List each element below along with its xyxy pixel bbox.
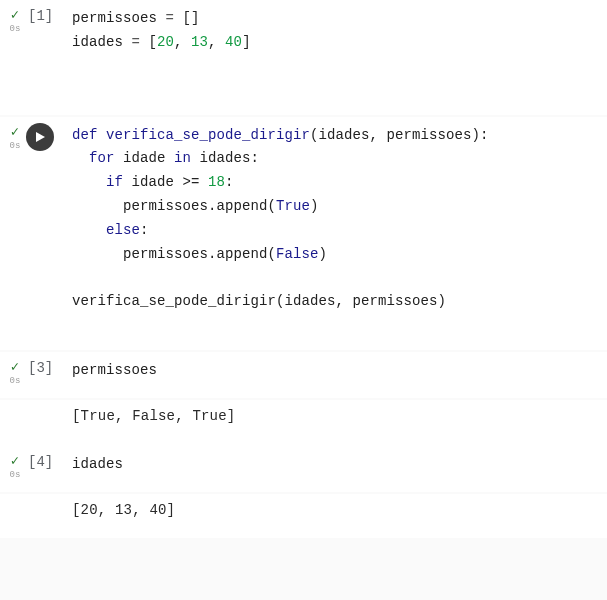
cell-output: [True, False, True]: [72, 406, 601, 424]
code-editor[interactable]: idades: [72, 452, 601, 477]
cell-status: ✓ 0s: [4, 452, 26, 480]
cell-status: ✓ 0s: [4, 6, 26, 34]
code-cell[interactable]: ✓ 0s [3] permissoes: [0, 352, 607, 398]
output-row: [True, False, True]: [0, 400, 607, 444]
check-icon: ✓: [4, 360, 26, 374]
exec-time: 0s: [4, 24, 26, 34]
check-icon: ✓: [4, 125, 26, 139]
cell-status: ✓ 0s: [4, 123, 26, 151]
exec-time: 0s: [4, 141, 26, 151]
prompt-label: [3]: [26, 358, 72, 376]
play-icon: [34, 131, 46, 143]
code-editor[interactable]: permissoes: [72, 358, 601, 383]
notebook: ✓ 0s [1] permissoes = [] idades = [20, 1…: [0, 0, 607, 538]
prompt-column: [26, 123, 72, 151]
exec-time: 0s: [4, 376, 26, 386]
code-editor[interactable]: def verifica_se_pode_dirigir(idades, per…: [72, 123, 601, 314]
check-icon: ✓: [4, 8, 26, 22]
check-icon: ✓: [4, 454, 26, 468]
code-cell[interactable]: ✓ 0s [4] idades: [0, 444, 607, 492]
code-editor[interactable]: permissoes = [] idades = [20, 13, 40]: [72, 6, 601, 55]
code-cell[interactable]: ✓ 0s [1] permissoes = [] idades = [20, 1…: [0, 0, 607, 115]
prompt-label: [1]: [26, 6, 72, 24]
prompt-label: [4]: [26, 452, 72, 470]
run-button[interactable]: [26, 123, 54, 151]
exec-time: 0s: [4, 470, 26, 480]
cell-output: [20, 13, 40]: [72, 500, 601, 518]
cell-status: ✓ 0s: [4, 358, 26, 386]
output-row: [20, 13, 40]: [0, 494, 607, 538]
code-cell[interactable]: ✓ 0s def verifica_se_pode_dirigir(idades…: [0, 117, 607, 350]
